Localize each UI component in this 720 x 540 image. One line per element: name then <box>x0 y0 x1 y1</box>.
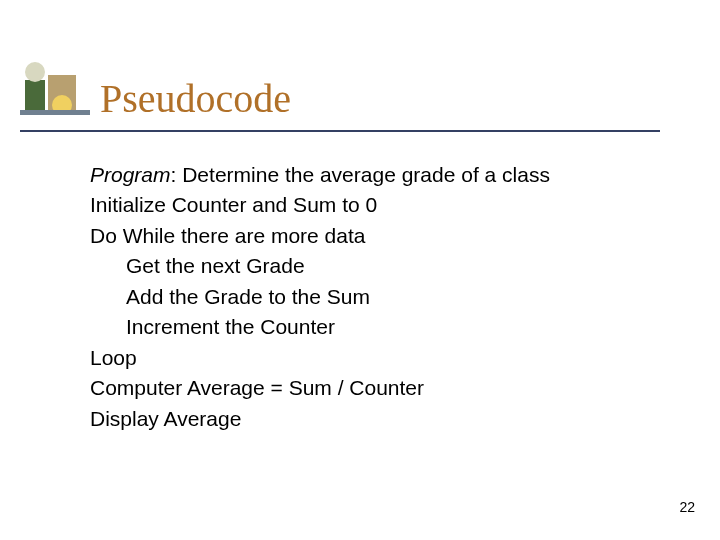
svg-rect-0 <box>25 80 45 115</box>
page-number: 22 <box>679 499 695 515</box>
code-line: Loop <box>90 343 550 373</box>
code-line: Do While there are more data <box>90 221 550 251</box>
code-line-indent: Get the next Grade <box>126 251 550 281</box>
slide-title: Pseudocode <box>100 75 291 122</box>
code-line: Display Average <box>90 404 550 434</box>
slide-content: Program: Determine the average grade of … <box>90 160 550 434</box>
svg-point-1 <box>25 62 45 82</box>
program-desc: : Determine the average grade of a class <box>171 163 550 186</box>
slide-logo <box>20 60 90 120</box>
program-label: Program <box>90 163 171 186</box>
program-line: Program: Determine the average grade of … <box>90 160 550 190</box>
code-line: Computer Average = Sum / Counter <box>90 373 550 403</box>
code-line-indent: Increment the Counter <box>126 312 550 342</box>
svg-rect-4 <box>20 110 90 115</box>
code-line-indent: Add the Grade to the Sum <box>126 282 550 312</box>
code-line: Initialize Counter and Sum to 0 <box>90 190 550 220</box>
title-underline <box>20 130 660 132</box>
